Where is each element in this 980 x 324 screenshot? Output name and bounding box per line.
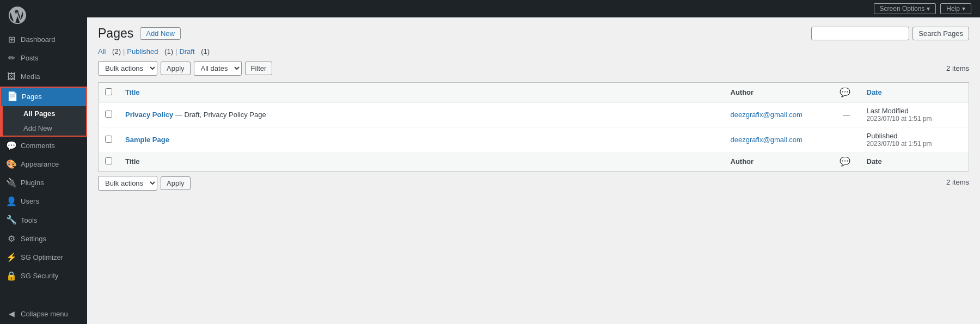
sidebar-item-label: Users — [21, 197, 39, 206]
sidebar-item-pages[interactable]: 📄 Pages — [1, 88, 86, 106]
table-footer: Title Author 💬 Date — [99, 152, 969, 172]
sidebar-item-posts[interactable]: ✏ Posts — [0, 49, 87, 68]
draft-count: (1) — [201, 47, 210, 56]
row-checkbox[interactable] — [105, 136, 112, 143]
sidebar-item-sg-security[interactable]: 🔒 SG Security — [0, 267, 87, 285]
filter-draft-link[interactable]: Draft — [179, 47, 194, 56]
row-checkbox[interactable] — [105, 111, 112, 118]
screen-options-button[interactable]: Screen Options ▾ — [874, 3, 936, 14]
row-title-cell: Privacy Policy — Draft, Privacy Policy P… — [119, 102, 724, 127]
posts-icon: ✏ — [7, 53, 16, 63]
pages-table: Title Author 💬 Date Privacy Policy — Dra… — [98, 82, 969, 172]
tools-icon: 🔧 — [7, 216, 16, 225]
help-button[interactable]: Help ▾ — [940, 3, 971, 14]
table-row: Sample Pagedeezgrafix@gmail.comPublished… — [99, 127, 969, 152]
published-count: (1) — [164, 47, 173, 56]
topbar: Screen Options ▾ Help ▾ — [87, 0, 980, 17]
sidebar-item-users[interactable]: 👤 Users — [0, 192, 87, 211]
plugins-icon: 🔌 — [7, 178, 16, 188]
row-author-link[interactable]: deezgrafix@gmail.com — [731, 136, 803, 144]
header-checkbox-cell — [99, 83, 119, 102]
add-new-button[interactable]: Add New — [140, 27, 181, 40]
items-count-top: 2 items — [946, 64, 969, 72]
sidebar-item-comments[interactable]: 💬 Comments — [0, 137, 87, 155]
search-pages-input[interactable] — [811, 27, 909, 40]
dashboard-icon: ⊞ — [7, 35, 16, 45]
table-header: Title Author 💬 Date — [99, 83, 969, 102]
title-area: Pages Add New — [98, 26, 181, 41]
collapse-icon: ◀ — [7, 309, 16, 319]
sg-security-icon: 🔒 — [7, 271, 16, 281]
header-title[interactable]: Title — [119, 83, 724, 102]
header-date[interactable]: Date — [860, 83, 969, 102]
apply-button-bottom[interactable]: Apply — [161, 176, 191, 190]
wordpress-logo-icon — [9, 7, 26, 24]
page-header-row: Pages Add New Search Pages — [98, 26, 969, 41]
filter-all-link[interactable]: All — [98, 47, 106, 56]
table-body: Privacy Policy — Draft, Privacy Policy P… — [99, 102, 969, 152]
select-all-checkbox-footer[interactable] — [105, 157, 112, 164]
chevron-down-icon: ▾ — [962, 5, 965, 13]
row-title-link[interactable]: Sample Page — [125, 136, 169, 144]
row-author-cell: deezgrafix@gmail.com — [724, 127, 833, 152]
content-area: Pages Add New Search Pages All (2) | Pub… — [87, 17, 980, 324]
row-author-link[interactable]: deezgrafix@gmail.com — [731, 111, 803, 119]
row-date-value: 2023/07/10 at 1:51 pm — [867, 115, 963, 123]
dates-select[interactable]: All dates — [194, 61, 242, 76]
header-author: Author — [724, 83, 833, 102]
row-checkbox-cell — [99, 127, 119, 152]
main-content: Screen Options ▾ Help ▾ Pages Add New Se… — [87, 0, 980, 324]
settings-icon: ⚙ — [7, 234, 16, 244]
submenu-all-pages[interactable]: All Pages — [3, 106, 86, 121]
sidebar-item-label: SG Security — [21, 271, 58, 281]
sidebar-item-dashboard[interactable]: ⊞ Dashboard — [0, 30, 87, 49]
row-comments-cell: — — [833, 102, 860, 127]
row-date-cell: Published2023/07/10 at 1:51 pm — [860, 127, 969, 152]
pages-icon: 📄 — [8, 92, 17, 102]
search-area: Search Pages — [811, 27, 969, 40]
row-title-cell: Sample Page — [119, 127, 724, 152]
pages-section: 📄 Pages All Pages Add New — [0, 87, 87, 137]
select-all-checkbox[interactable] — [105, 88, 112, 95]
title-sort-link[interactable]: Title — [125, 88, 140, 96]
sidebar-item-tools[interactable]: 🔧 Tools — [0, 211, 87, 230]
row-date-label: Published — [867, 132, 963, 140]
sidebar-item-media[interactable]: 🖼 Media — [0, 68, 87, 86]
comments-header-icon: 💬 — [840, 88, 850, 97]
row-title-link[interactable]: Privacy Policy — [125, 111, 173, 119]
sidebar-item-appearance[interactable]: 🎨 Appearance — [0, 155, 87, 174]
comments-icon: 💬 — [7, 141, 16, 151]
pages-submenu: All Pages Add New — [1, 106, 86, 136]
sidebar-item-settings[interactable]: ⚙ Settings — [0, 230, 87, 248]
screen-options-label: Screen Options — [880, 5, 925, 13]
appearance-icon: 🎨 — [7, 160, 16, 169]
collapse-menu[interactable]: ◀ Collapse menu — [0, 303, 87, 324]
sidebar-item-sg-optimizer[interactable]: ⚡ SG Optimizer — [0, 248, 87, 267]
sidebar-item-label: Posts — [21, 53, 39, 63]
footer-comments: 💬 — [833, 152, 860, 172]
media-icon: 🖼 — [7, 72, 16, 82]
bulk-actions-select-bottom[interactable]: Bulk actions — [98, 176, 157, 191]
collapse-label: Collapse menu — [21, 310, 68, 318]
row-date-value: 2023/07/10 at 1:51 pm — [867, 140, 963, 148]
sidebar-item-plugins[interactable]: 🔌 Plugins — [0, 174, 87, 192]
sidebar-item-label: Comments — [21, 141, 55, 151]
sidebar-item-label: Media — [21, 72, 40, 82]
apply-button-top[interactable]: Apply — [161, 62, 191, 75]
search-pages-button[interactable]: Search Pages — [912, 27, 969, 40]
filter-published-link[interactable]: Published — [127, 47, 158, 56]
row-subtitle: — Draft, Privacy Policy Page — [173, 111, 266, 119]
row-author-cell: deezgrafix@gmail.com — [724, 102, 833, 127]
sg-optimizer-icon: ⚡ — [7, 253, 16, 262]
filter-button[interactable]: Filter — [245, 62, 273, 75]
page-title: Pages — [98, 26, 133, 41]
submenu-add-new[interactable]: Add New — [3, 121, 86, 136]
sidebar-item-label: Pages — [22, 92, 42, 102]
bulk-actions-bottom: Bulk actions Apply — [98, 176, 191, 191]
bulk-actions-select-top[interactable]: Bulk actions — [98, 61, 157, 76]
all-count: (2) — [112, 47, 121, 56]
table-row: Privacy Policy — Draft, Privacy Policy P… — [99, 102, 969, 127]
date-sort-link[interactable]: Date — [867, 88, 882, 96]
footer-title: Title — [119, 152, 724, 172]
sidebar-item-label: Appearance — [21, 160, 59, 169]
